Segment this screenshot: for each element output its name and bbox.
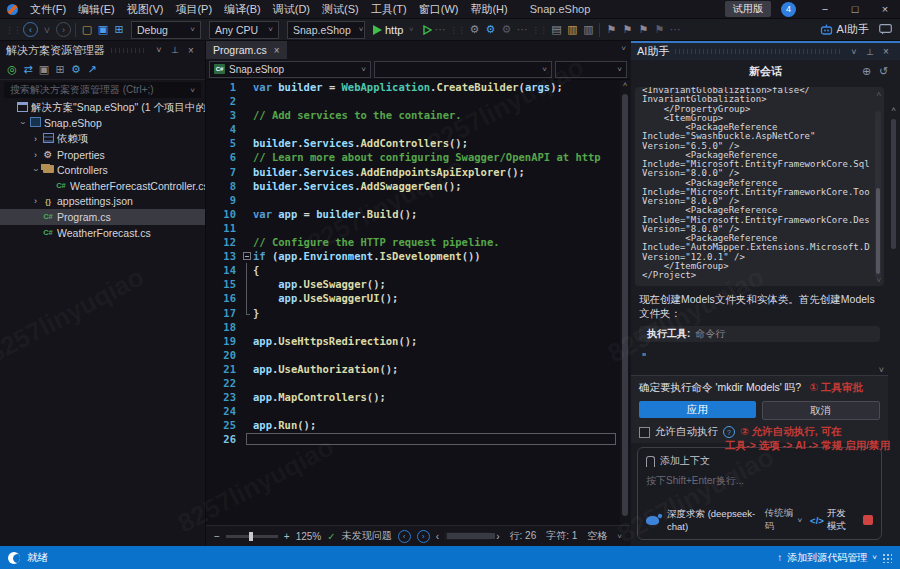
navigate-back-icon[interactable]: ‹ <box>398 530 411 543</box>
feedback-crescent-icon[interactable] <box>8 552 20 564</box>
tool-execution-chip[interactable]: 执行工具: 命令行 <box>639 326 880 343</box>
overflow-icon[interactable]: ⋯ <box>515 22 529 38</box>
code-line[interactable]: 18 <box>206 320 620 334</box>
nav-back-icon[interactable]: ‹ <box>23 22 38 37</box>
menu-item[interactable]: 视图(V) <box>121 2 170 17</box>
zoom-slider-thumb[interactable] <box>249 532 253 541</box>
fold-marker-icon[interactable] <box>243 249 253 263</box>
nav-forward-icon[interactable]: › <box>56 22 71 37</box>
pin-icon[interactable]: ⊥ <box>862 47 878 57</box>
info-icon[interactable]: ? <box>723 426 735 438</box>
expander-icon[interactable]: › <box>30 196 41 206</box>
switch-view-icon[interactable]: ⇄ <box>21 61 35 77</box>
chevron-down-icon[interactable]: ˅ <box>404 22 418 38</box>
tree-item[interactable]: ›{}appsettings.json <box>0 194 205 210</box>
zoom-level[interactable]: 125% <box>296 531 322 542</box>
close-icon[interactable]: × <box>878 46 894 57</box>
type-dropdown[interactable]: ˅ <box>374 61 552 78</box>
mode-dropdown[interactable]: 传统编码 ˅ <box>765 507 802 533</box>
solution-search-input[interactable]: 搜索解决方案资源管理器 (Ctrl+;) ˅ <box>4 82 201 98</box>
expander-icon[interactable]: › <box>30 150 41 160</box>
expander-icon[interactable]: › <box>18 118 28 129</box>
stop-button[interactable] <box>863 515 873 525</box>
scroll-down-icon[interactable]: ˅ <box>876 276 881 285</box>
code-block-scrollbar[interactable] <box>875 111 881 278</box>
menu-item[interactable]: 调试(D) <box>267 2 316 17</box>
overflow-icon[interactable]: ⋯ <box>668 22 682 38</box>
code-line[interactable]: 17} <box>206 306 620 320</box>
code-line[interactable]: 10var app = builder.Build(); <box>206 207 620 221</box>
menu-item[interactable]: 测试(S) <box>316 2 365 17</box>
doc-outline-icon[interactable]: ▥ <box>581 22 595 38</box>
code-line[interactable]: 13if (app.Environment.IsDevelopment()) <box>206 249 620 263</box>
expander-icon[interactable]: › <box>30 134 41 144</box>
code-line[interactable]: 12// Configure the HTTP request pipeline… <box>206 235 620 249</box>
zoom-out-icon[interactable]: − <box>214 531 220 542</box>
chevron-down-icon[interactable]: ˅ <box>846 47 862 57</box>
bookmark-prev-icon[interactable]: ⚑ <box>620 22 634 38</box>
code-line[interactable]: 4 <box>206 122 620 136</box>
model-selector[interactable]: 深度求索 (deepseek-chat) <box>667 508 757 532</box>
apply-button[interactable]: 应用 <box>639 401 756 418</box>
maximize-button[interactable]: □ <box>840 0 870 18</box>
code-line[interactable]: 15 app.UseSwagger(); <box>206 277 620 291</box>
attach-icon[interactable]: ▤ <box>549 22 563 38</box>
tree-item[interactable]: ›⚙Properties <box>0 147 205 163</box>
run-button[interactable]: http ˅ <box>373 22 419 38</box>
code-line[interactable]: 20 <box>206 348 620 362</box>
code-line[interactable]: 25app.Run(); <box>206 418 620 432</box>
scrollbar-thumb[interactable] <box>876 188 880 275</box>
code-line[interactable]: 8builder.Services.AddSwaggerGen(); <box>206 179 620 193</box>
code-line[interactable]: 1var builder = WebApplication.CreateBuil… <box>206 80 620 94</box>
scroll-up-icon[interactable]: ˄ <box>620 80 630 89</box>
close-button[interactable]: × <box>870 0 900 18</box>
overflow-icon[interactable]: ⋯ <box>433 22 447 38</box>
tree-item[interactable]: C#WeatherForecast.cs <box>0 225 205 241</box>
config-dropdown[interactable]: Debug ˅ <box>131 21 201 39</box>
code-line[interactable]: 14{ <box>206 263 620 277</box>
build-icon[interactable]: ⚙ <box>467 22 481 38</box>
auto-execute-checkbox[interactable] <box>639 427 650 438</box>
code-line[interactable]: 26 <box>206 432 620 446</box>
tree-item[interactable]: ›Snap.eShop <box>0 116 205 132</box>
horizontal-scrollbar[interactable] <box>445 532 490 540</box>
cancel-button[interactable]: 取消 <box>762 401 881 420</box>
notification-badge[interactable]: 4 <box>781 2 796 17</box>
code-line[interactable]: 2 <box>206 94 620 108</box>
sync-selection-icon[interactable]: ◎ <box>5 61 19 77</box>
scroll-to-bottom-icon[interactable]: ˅ <box>631 365 888 375</box>
scroll-up-icon[interactable]: ˄ <box>888 105 899 114</box>
doc-icon[interactable]: ▥ <box>565 22 579 38</box>
code-line[interactable]: 23app.MapControllers(); <box>206 390 620 404</box>
ai-panel-scrollbar[interactable]: ˄ <box>888 103 899 546</box>
menu-item[interactable]: 项目(P) <box>169 2 218 17</box>
issues-status[interactable]: 未发现问题 <box>342 529 392 543</box>
add-to-source-control-button[interactable]: 添加到源代码管理 <box>787 551 867 565</box>
code-line[interactable]: 16 app.UseSwaggerUI(); <box>206 291 620 305</box>
menu-item[interactable]: 编译(B) <box>218 2 267 17</box>
code-line[interactable]: 21app.UseAuthorization(); <box>206 362 620 376</box>
history-icon[interactable]: ↺ <box>875 65 892 78</box>
close-icon[interactable]: × <box>274 45 280 56</box>
build-selection-icon[interactable]: ⚙ <box>483 22 497 38</box>
chevron-down-icon[interactable]: ˅ <box>151 45 167 55</box>
properties-icon[interactable]: ⚙ <box>69 61 83 77</box>
chevron-down-icon[interactable]: ˅ <box>872 553 877 562</box>
code-line[interactable]: 3// Add services to the container. <box>206 108 620 122</box>
nav-back-caret-icon[interactable]: ˅ <box>40 22 54 38</box>
tab-list-chevron-icon[interactable]: ˅ <box>621 44 626 53</box>
dev-mode-toggle[interactable]: </> 开发模式 <box>810 507 855 533</box>
scroll-up-icon[interactable]: ˄ <box>876 90 881 99</box>
code-area[interactable]: 1var builder = WebApplication.CreateBuil… <box>206 80 620 526</box>
menu-item[interactable]: 窗口(W) <box>413 2 465 17</box>
menu-item[interactable]: 文件(F) <box>24 2 72 17</box>
code-line[interactable]: 24 <box>206 404 620 418</box>
menu-item[interactable]: 帮助(H) <box>464 2 513 17</box>
code-line[interactable]: 7builder.Services.AddEndpointsApiExplore… <box>206 165 620 179</box>
platform-dropdown[interactable]: Any CPU ˅ <box>209 21 279 39</box>
feedback-icon[interactable] <box>879 24 892 35</box>
tree-item[interactable]: ›Controllers <box>0 162 205 178</box>
code-line[interactable]: 11 <box>206 221 620 235</box>
chat-input-box[interactable]: 添加上下文 按下Shift+Enter换行... 深度求索 (deepseek-… <box>637 447 882 540</box>
bookmark-next-icon[interactable]: ⚑ <box>636 22 650 38</box>
